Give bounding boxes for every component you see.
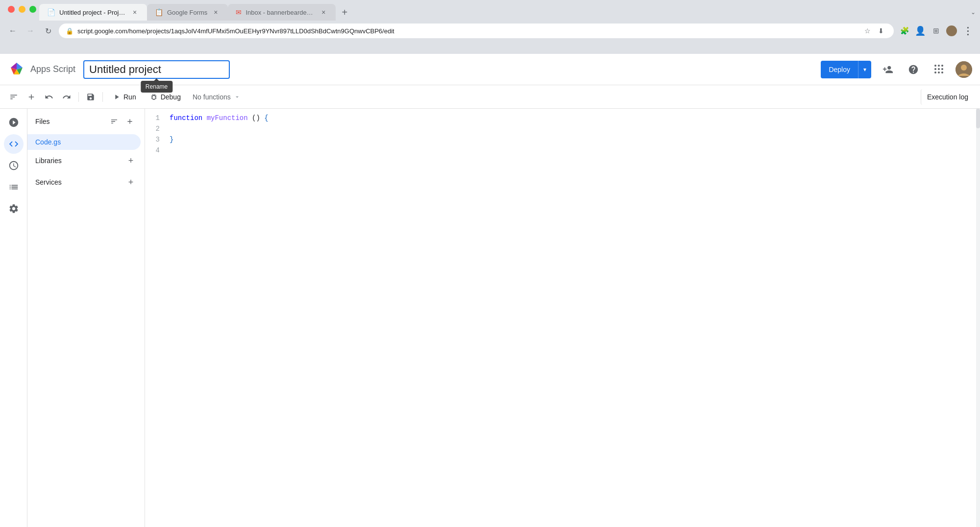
url-text: script.google.com/home/projects/1aqsJolV… [77, 27, 858, 35]
overview-button[interactable] [4, 113, 24, 132]
scrollbar-track[interactable] [976, 109, 980, 527]
project-title-input[interactable] [83, 60, 230, 79]
add-file-icon [27, 93, 36, 101]
window-minimize-button[interactable] [19, 6, 25, 13]
sort-files-icon [110, 118, 118, 125]
triggers-icon [8, 160, 19, 171]
files-header-actions [107, 115, 137, 128]
apps-script-logo-icon [8, 61, 25, 78]
overview-icon [8, 117, 19, 128]
profile-icon[interactable]: 👤 [913, 24, 927, 38]
apps-script-logo[interactable]: Apps Script [8, 61, 75, 78]
window-maximize-button[interactable] [29, 6, 36, 13]
executions-icon [8, 182, 19, 192]
sort-icon [9, 93, 18, 101]
libraries-section-header[interactable]: Libraries + [27, 150, 145, 171]
line-number-4: 4 [145, 145, 170, 156]
line-content-2 [170, 123, 980, 134]
no-functions-label: No functions [193, 93, 231, 101]
address-bar-row: ← → ↻ 🔒 script.google.com/home/projects/… [0, 21, 980, 41]
services-section-header[interactable]: Services + [27, 171, 145, 193]
sort-button[interactable] [6, 89, 22, 105]
extensions-icon[interactable]: 🧩 [898, 24, 911, 38]
tab-icon-apps-script: 📄 [47, 8, 55, 16]
triggers-button[interactable] [4, 156, 24, 175]
svg-point-2 [961, 65, 967, 71]
tab-icon-google-forms: 📋 [155, 8, 163, 16]
user-avatar[interactable] [956, 61, 972, 78]
more-options-icon[interactable]: ⋮ [960, 24, 974, 38]
tab-bar: 📄 Untitled project - Project Edit... × 📋… [0, 0, 980, 21]
tab-close-google-forms[interactable]: × [211, 8, 220, 17]
add-collaborator-button[interactable] [879, 61, 897, 78]
window-close-button[interactable] [8, 6, 15, 13]
avatar-icon[interactable] [945, 24, 958, 38]
file-name-code-gs: Code.gs [35, 138, 61, 146]
app-header: Apps Script Rename Deploy ▾ [0, 54, 980, 85]
tab-google-forms[interactable]: 📋 Google Forms × [147, 4, 228, 21]
add-service-button[interactable]: + [125, 176, 137, 188]
help-button[interactable] [905, 61, 922, 78]
keyword-function: function [170, 114, 202, 122]
reload-button[interactable]: ↻ [41, 24, 55, 38]
deploy-button[interactable]: Deploy ▾ [821, 61, 871, 78]
dropdown-arrow-icon [234, 94, 241, 100]
google-apps-button[interactable] [930, 61, 948, 78]
deploy-dropdown-icon[interactable]: ▾ [858, 62, 871, 77]
code-editor[interactable]: 1 function myFunction () { 2 [145, 109, 980, 527]
new-tab-button[interactable]: + [338, 5, 351, 19]
save-button[interactable] [83, 89, 98, 105]
no-functions-select[interactable]: No functions [189, 89, 245, 105]
tab-search-button[interactable]: ⌄ [966, 5, 980, 19]
file-item-code-gs[interactable]: Code.gs [27, 134, 141, 150]
tab-label-google-forms: Google Forms [167, 9, 207, 16]
settings-icon [8, 203, 19, 214]
sidebar-toggle-icon[interactable]: ⊞ [929, 24, 943, 38]
line-number-3: 3 [145, 134, 170, 145]
paren-open: () [252, 114, 260, 122]
back-button[interactable]: ← [6, 24, 20, 38]
toolbar-separator-1 [78, 92, 79, 102]
forward-button[interactable]: → [24, 24, 37, 38]
services-label: Services [35, 178, 62, 186]
add-files-button[interactable] [123, 115, 137, 128]
settings-button[interactable] [4, 199, 24, 218]
editor-icon [8, 139, 19, 149]
tab-label-apps-script: Untitled project - Project Edit... [59, 9, 126, 16]
tab-apps-script[interactable]: 📄 Untitled project - Project Edit... × [39, 4, 147, 21]
browser-chrome: 📄 Untitled project - Project Edit... × 📋… [0, 0, 980, 54]
tab-close-inbox[interactable]: × [319, 8, 328, 17]
browser-actions: 🧩 👤 ⊞ ⋮ [898, 24, 974, 38]
execution-log-button[interactable]: Execution log [921, 89, 974, 105]
code-content: 1 function myFunction () { 2 [145, 109, 980, 160]
code-line-2: 2 [145, 123, 980, 134]
bookmark-icon[interactable]: ☆ [861, 25, 873, 37]
address-bar[interactable]: 🔒 script.google.com/home/projects/1aqsJo… [59, 24, 894, 38]
editor-button[interactable] [4, 134, 24, 154]
add-person-icon [882, 64, 893, 75]
address-actions: ☆ ⬇ [861, 25, 887, 37]
sidebar-icons [0, 109, 27, 527]
files-panel: Files [27, 109, 145, 527]
save-icon [86, 93, 95, 101]
add-file-button[interactable] [24, 89, 39, 105]
download-icon[interactable]: ⬇ [875, 25, 887, 37]
apps-script-label: Apps Script [30, 64, 75, 74]
tab-close-apps-script[interactable]: × [130, 8, 139, 17]
line-content-3: } [170, 134, 980, 145]
toolbar-separator-2 [102, 92, 103, 102]
files-header-label: Files [35, 118, 50, 125]
sort-files-button[interactable] [107, 115, 121, 128]
project-title-container: Rename [83, 60, 230, 79]
line-content-1: function myFunction () { [170, 113, 980, 123]
scrollbar-thumb[interactable] [976, 109, 980, 128]
add-library-button[interactable]: + [125, 155, 137, 167]
tab-inbox[interactable]: ✉ Inbox - bannerbeardemo@gm... × [228, 4, 336, 21]
code-line-4: 4 [145, 145, 980, 156]
executions-button[interactable] [4, 177, 24, 197]
grid-apps-icon [934, 65, 944, 74]
run-button[interactable]: Run [107, 89, 142, 105]
redo-button[interactable] [59, 89, 74, 105]
undo-button[interactable] [41, 89, 57, 105]
brace-close: } [170, 136, 173, 144]
